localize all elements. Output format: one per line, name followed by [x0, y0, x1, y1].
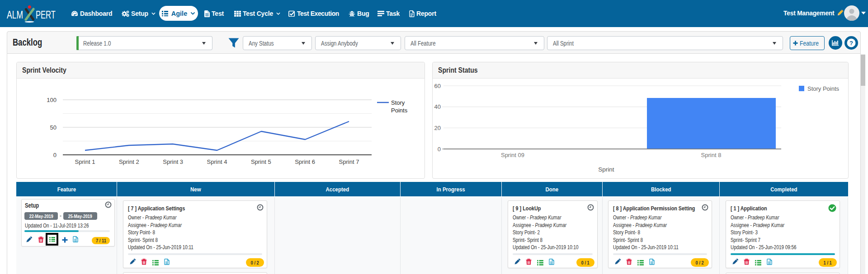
svg-text:?: ? [849, 40, 853, 46]
svg-text:Sprint 4: Sprint 4 [207, 158, 227, 165]
svg-text:Sprint 6: Sprint 6 [295, 158, 315, 165]
svg-text:Story Points: Story Points [807, 85, 840, 92]
svg-text:Sprint 5: Sprint 5 [251, 158, 271, 165]
svg-text:Points: Points [391, 107, 408, 114]
svg-text:0: 0 [438, 146, 441, 153]
svg-text:Sprint 8: Sprint 8 [701, 152, 722, 158]
svg-text:Sprint 3: Sprint 3 [163, 158, 183, 165]
svg-text:Sprint: Sprint [598, 166, 614, 173]
svg-text:Sprint 2: Sprint 2 [119, 158, 139, 165]
svg-text:50: 50 [50, 124, 57, 131]
svg-text:Sprint 7: Sprint 7 [339, 158, 359, 165]
svg-text:20: 20 [434, 125, 441, 131]
svg-text:100: 100 [47, 97, 57, 103]
svg-text:0: 0 [53, 152, 57, 158]
svg-text:40: 40 [434, 103, 441, 110]
svg-text:Story: Story [391, 99, 405, 106]
svg-text:Sprint 1: Sprint 1 [75, 158, 95, 165]
svg-text:Sprint 09: Sprint 09 [501, 152, 524, 158]
svg-text:60: 60 [434, 83, 441, 89]
